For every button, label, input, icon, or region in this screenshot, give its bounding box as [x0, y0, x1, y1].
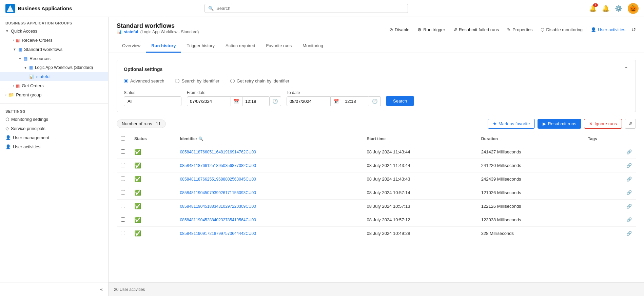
sidebar-item-label: Monitoring settings: [11, 117, 48, 122]
settings-icon[interactable]: ⚙️: [615, 5, 622, 12]
to-time-clock-button[interactable]: 🕐: [369, 96, 381, 106]
run-trigger-button[interactable]: ⚙ Run trigger: [415, 26, 447, 34]
link-icon[interactable]: 🔗: [626, 204, 632, 209]
logic-app-icon: ▦: [29, 65, 33, 70]
identifier-link[interactable]: 08584811904518834310297220309CU00: [180, 204, 256, 209]
row-checkbox[interactable]: [121, 177, 125, 181]
radio-advanced-search[interactable]: Advanced search: [124, 78, 164, 84]
disable-button[interactable]: ⊘ Disable: [387, 26, 411, 34]
workflow-subtitle-detail: (Logic App Workflow - Standard): [140, 30, 199, 34]
user-activities-label: User activities: [598, 27, 625, 32]
identifier-link[interactable]: 08584811876605116481916914762CU00: [180, 150, 256, 154]
search-button[interactable]: Search: [386, 96, 414, 106]
status-bar: 20 User activities: [109, 282, 644, 296]
collapse-sidebar-button[interactable]: «: [100, 286, 103, 292]
topbar: Business Applications 🔍 🔔 1 🔔 ⚙️ 🎃: [0, 0, 644, 17]
sidebar-item-monitoring-settings[interactable]: ⬡ Monitoring settings: [0, 115, 108, 124]
tab-favorite-runs[interactable]: Favorite runs: [260, 40, 297, 53]
row-checkbox[interactable]: [121, 231, 125, 235]
table-row: ✅ 08584811909172187997573644442CU00 08 J…: [117, 227, 636, 240]
radio-retry-chain-label: Get retry chain by identifier: [237, 78, 289, 84]
notifications-icon[interactable]: 🔔 1: [589, 5, 597, 12]
row-checkbox[interactable]: [121, 217, 125, 222]
from-time-input[interactable]: [242, 96, 270, 106]
to-time-input[interactable]: [342, 96, 369, 106]
tab-trigger-history[interactable]: Trigger history: [181, 40, 220, 53]
sidebar-item-stateful[interactable]: 📊 stateful: [0, 72, 108, 81]
link-icon[interactable]: 🔗: [626, 177, 632, 182]
row-checkbox[interactable]: [121, 190, 125, 195]
identifier-link[interactable]: 08584811904528840232785419564CU00: [180, 218, 256, 222]
search-input[interactable]: [216, 6, 404, 11]
app-logo: Business Applications: [5, 4, 114, 13]
status-label: Status: [124, 90, 181, 95]
mark-favorite-button[interactable]: ★ Mark as favorite: [488, 119, 535, 129]
link-icon[interactable]: 🔗: [626, 217, 632, 222]
from-time-clock-button[interactable]: 🕐: [270, 96, 281, 106]
workflow-title-row: Standard workflows 📊 stateful (Logic App…: [117, 22, 636, 37]
sidebar-item-user-management[interactable]: 👤 User management: [0, 133, 108, 142]
identifier-link[interactable]: 08584811904507939926171156093CU00: [180, 190, 256, 195]
tags-cell: [584, 200, 622, 213]
sidebar-item-receive-orders[interactable]: › ▦ Receive Orders: [0, 36, 108, 45]
disable-monitoring-button[interactable]: ⬡ Disable monitoring: [539, 26, 585, 34]
alerts-icon[interactable]: 🔔: [602, 5, 609, 12]
tab-run-history[interactable]: Run history: [146, 40, 181, 53]
filters-row: Status All Succeeded Failed Running Canc…: [124, 90, 629, 106]
radio-search-by-identifier[interactable]: Search by identifier: [175, 78, 219, 84]
to-date-calendar-button[interactable]: 📅: [331, 96, 342, 106]
from-date-calendar-button[interactable]: 📅: [231, 96, 242, 106]
tab-overview[interactable]: Overview: [117, 40, 146, 53]
refresh-icon[interactable]: ↺: [631, 26, 636, 33]
table-refresh-button[interactable]: ↺: [625, 119, 636, 129]
identifier-link[interactable]: 08584811876612518950356877082CU00: [180, 163, 256, 168]
tab-action-required[interactable]: Action required: [220, 40, 260, 53]
chevron-icon: ▼: [5, 29, 9, 33]
sidebar-item-quick-access[interactable]: ▼ Quick Access: [0, 26, 108, 36]
identifier-link[interactable]: 08584811909172187997573644442CU00: [180, 231, 256, 236]
sidebar-item-standard-workflows[interactable]: ▼ ▦ Standard workflows: [0, 45, 108, 54]
link-icon[interactable]: 🔗: [626, 190, 632, 195]
user-management-icon: 👤: [5, 135, 11, 140]
workflow-subtitle-icon: 📊: [117, 30, 122, 34]
sidebar-item-parent-group[interactable]: › 📁 Parent group: [0, 90, 108, 99]
sidebar-item-resources[interactable]: ▼ ▦ Resources: [0, 54, 108, 63]
link-icon[interactable]: 🔗: [626, 149, 632, 154]
avatar[interactable]: 🎃: [628, 3, 639, 14]
link-icon[interactable]: 🔗: [626, 231, 632, 236]
identifier-link[interactable]: 08584811876625519688802563045CU00: [180, 177, 256, 182]
to-date-filter-group: To date 📅 🕐: [287, 90, 381, 106]
main-layout: BUSINESS APPLICATION GROUPS ▼ Quick Acce…: [0, 17, 644, 296]
collapse-settings-button[interactable]: ⌃: [624, 66, 629, 73]
sidebar-item-logic-app-workflows[interactable]: ▼ ▦ Logic App Workflows (Standard): [0, 63, 108, 72]
row-checkbox[interactable]: [121, 163, 125, 167]
resubmit-runs-button[interactable]: ▶ Resubmit runs: [538, 119, 581, 129]
link-icon[interactable]: 🔗: [626, 163, 632, 168]
properties-button[interactable]: ✎ Properties: [505, 26, 534, 34]
to-date-input[interactable]: [287, 96, 331, 106]
resources-icon: ▦: [24, 56, 27, 61]
row-checkbox[interactable]: [121, 204, 125, 208]
sidebar-item-service-principals[interactable]: ◇ Service principals: [0, 124, 108, 133]
col-header-identifier: Identifier 🔍: [176, 133, 363, 145]
sidebar-item-get-orders[interactable]: › ▦ Get Orders: [0, 81, 108, 90]
ignore-runs-button[interactable]: ✕ Ignore runs: [584, 119, 622, 129]
identifier-search-icon[interactable]: 🔍: [198, 136, 203, 141]
workflow-title-group: Standard workflows 📊 stateful (Logic App…: [117, 22, 199, 37]
from-date-input[interactable]: [187, 96, 231, 106]
chevron-icon: ▼: [13, 48, 16, 51]
tab-monitoring[interactable]: Monitoring: [297, 40, 329, 53]
user-activities-button[interactable]: 👤 User activities: [589, 26, 627, 34]
resubmit-failed-button[interactable]: ↺ Resubmit failed runs: [451, 26, 501, 34]
disable-label: Disable: [395, 27, 409, 32]
status-select[interactable]: All Succeeded Failed Running Cancelled: [124, 96, 181, 106]
tabs: Overview Run history Trigger history Act…: [117, 40, 636, 53]
sidebar-item-user-activities[interactable]: 👤 User activities: [0, 142, 108, 151]
status-icon: ✅: [134, 176, 141, 182]
row-checkbox[interactable]: [121, 149, 125, 154]
radio-retry-chain[interactable]: Get retry chain by identifier: [230, 78, 289, 84]
sidebar-item-label: Service principals: [11, 126, 45, 131]
duration-cell: 123038 Milliseconds: [477, 213, 584, 227]
radio-group: Advanced search Search by identifier Get…: [124, 78, 629, 84]
select-all-checkbox[interactable]: [121, 136, 125, 141]
